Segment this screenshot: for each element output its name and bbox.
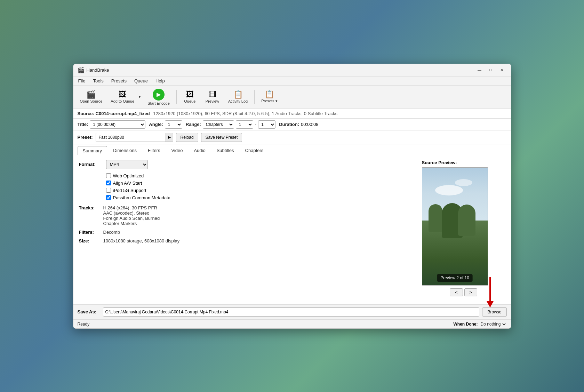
save-new-preset-button[interactable]: Save New Preset bbox=[201, 133, 242, 142]
add-to-queue-label: Add to Queue bbox=[111, 99, 134, 103]
left-panel: Format: MP4 Web Optimized Align A/V Star… bbox=[79, 160, 415, 299]
start-encode-button[interactable]: ▶ Start Encode bbox=[144, 87, 174, 107]
menu-queue[interactable]: Queue bbox=[131, 77, 151, 85]
title-group: Title: 1 (00:00:08) bbox=[78, 120, 146, 129]
preview-label: Preview bbox=[206, 99, 219, 103]
format-select[interactable]: MP4 bbox=[106, 160, 148, 169]
start-encode-label: Start Encode bbox=[147, 101, 170, 105]
title-label: Title: bbox=[78, 122, 88, 127]
range-group: Range: Chapters 1 - 1 bbox=[186, 120, 275, 129]
queue-button[interactable]: 🖼 Queue bbox=[179, 89, 200, 105]
when-done-label: When Done: bbox=[454, 322, 478, 327]
track-3: Foreign Audio Scan, Burned bbox=[103, 216, 160, 221]
tree-1 bbox=[429, 204, 442, 232]
duration-label: Duration: bbox=[279, 122, 299, 127]
status-text: Ready bbox=[78, 322, 90, 327]
preset-dropdown-button[interactable]: ▶ bbox=[166, 133, 173, 142]
menu-help[interactable]: Help bbox=[152, 77, 168, 85]
close-button[interactable]: ✕ bbox=[497, 66, 507, 74]
angle-label: Angle: bbox=[149, 122, 163, 127]
save-as-row: Save As: Browse bbox=[73, 305, 511, 320]
checkbox-web-optimized: Web Optimized bbox=[106, 173, 415, 178]
maximize-button[interactable]: □ bbox=[486, 66, 496, 74]
range-divider: - bbox=[255, 122, 256, 127]
size-row: Size: 1080x1080 storage, 608x1080 displa… bbox=[79, 238, 415, 243]
tree-3 bbox=[458, 205, 475, 236]
menu-bar: File Tools Presets Queue Help bbox=[73, 77, 511, 86]
checkbox-ipod: iPod 5G Support bbox=[106, 188, 415, 193]
tab-audio[interactable]: Audio bbox=[189, 146, 210, 155]
preview-prev-button[interactable]: < bbox=[450, 288, 463, 296]
add-to-queue-button[interactable]: 🖼 Add to Queue bbox=[107, 89, 137, 105]
angle-select[interactable]: 1 bbox=[165, 120, 182, 129]
minimize-button[interactable]: — bbox=[475, 66, 485, 74]
tab-dimensions[interactable]: Dimensions bbox=[108, 146, 142, 155]
preset-input[interactable] bbox=[96, 133, 166, 142]
angle-group: Angle: 1 bbox=[149, 120, 182, 129]
range-label: Range: bbox=[186, 122, 201, 127]
open-source-icon: 🎬 bbox=[86, 91, 96, 98]
preview-next-button[interactable]: > bbox=[464, 288, 478, 296]
range-to-select[interactable]: 1 bbox=[258, 120, 275, 129]
align-av-checkbox[interactable] bbox=[106, 181, 111, 185]
source-bar: Source: C0014-corrupt.mp4_fixed 1280x192… bbox=[73, 109, 511, 119]
source-preview-image: Preview 2 of 10 bbox=[422, 167, 488, 286]
ipod-label: iPod 5G Support bbox=[113, 188, 146, 193]
size-label: Size: bbox=[79, 238, 103, 243]
track-1: H.264 (x264), 30 FPS PFR bbox=[103, 205, 160, 210]
title-row: Title: 1 (00:00:08) Angle: 1 Range: Chap… bbox=[73, 119, 511, 131]
when-done-select[interactable]: Do nothing bbox=[479, 321, 507, 327]
menu-tools[interactable]: Tools bbox=[89, 77, 107, 85]
passthru-checkbox[interactable] bbox=[106, 195, 111, 200]
format-label: Format: bbox=[79, 162, 103, 167]
checkbox-passthru: Passthru Common Metadata bbox=[106, 195, 415, 200]
tab-chapters[interactable]: Chapters bbox=[240, 146, 269, 155]
filters-value: Decomb bbox=[103, 230, 120, 235]
open-source-button[interactable]: 🎬 Open Source bbox=[76, 89, 106, 105]
preview-badge: Preview 2 of 10 bbox=[437, 274, 473, 282]
tabs-row: Summary Dimensions Filters Video Audio S… bbox=[73, 144, 511, 155]
queue-icon: 🖼 bbox=[186, 91, 194, 98]
activity-log-button[interactable]: 📋 Activity Log bbox=[224, 89, 251, 105]
app-icon: 🎬 bbox=[78, 67, 85, 73]
cloud-2 bbox=[455, 179, 472, 186]
status-bar: Ready When Done: Do nothing bbox=[73, 320, 511, 328]
queue-label: Queue bbox=[184, 99, 195, 103]
menu-file[interactable]: File bbox=[75, 77, 89, 85]
open-source-label: Open Source bbox=[80, 99, 103, 103]
filters-label: Filters: bbox=[79, 230, 103, 235]
title-select[interactable]: 1 (00:00:08) bbox=[90, 120, 145, 129]
source-info: 1280x1920 (1080x1920), 60 FPS, SDR (8-bi… bbox=[153, 111, 337, 116]
format-row: Format: MP4 bbox=[79, 160, 415, 169]
align-av-label: Align A/V Start bbox=[113, 181, 142, 186]
source-label: Source: bbox=[78, 111, 94, 116]
preset-row: Preset: ▶ Reload Save New Preset bbox=[73, 131, 511, 144]
preview-button[interactable]: 🎞 Preview bbox=[202, 89, 223, 105]
tab-summary[interactable]: Summary bbox=[78, 146, 107, 155]
menu-presets[interactable]: Presets bbox=[108, 77, 130, 85]
browse-button[interactable]: Browse bbox=[482, 307, 506, 317]
reload-button[interactable]: Reload bbox=[176, 133, 198, 142]
tab-subtitles[interactable]: Subtitles bbox=[211, 146, 239, 155]
title-bar: 🎬 HandBrake — □ ✕ bbox=[73, 64, 511, 77]
add-to-queue-dropdown[interactable]: ▾ bbox=[137, 89, 142, 105]
tab-filters[interactable]: Filters bbox=[143, 146, 165, 155]
tracks-label: Tracks: bbox=[79, 205, 103, 226]
preview-content bbox=[422, 168, 488, 285]
duration-value: 00:00:08 bbox=[301, 122, 319, 127]
tab-video[interactable]: Video bbox=[166, 146, 188, 155]
toolbar: 🎬 Open Source 🖼 Add to Queue ▾ ▶ Start E… bbox=[73, 86, 511, 109]
range-type-select[interactable]: Chapters bbox=[203, 120, 234, 129]
save-as-input[interactable] bbox=[103, 307, 480, 317]
range-from-select[interactable]: 1 bbox=[236, 120, 253, 129]
start-encode-icon: ▶ bbox=[153, 89, 165, 101]
presets-button[interactable]: 📋 Presets ▾ bbox=[257, 89, 281, 105]
window-title: HandBrake bbox=[87, 67, 475, 73]
preview-nav: < > bbox=[422, 288, 505, 296]
ipod-checkbox[interactable] bbox=[106, 188, 111, 193]
when-done-group: When Done: Do nothing bbox=[454, 321, 507, 327]
preset-label: Preset: bbox=[78, 135, 93, 140]
window-controls: — □ ✕ bbox=[475, 66, 507, 74]
activity-log-icon: 📋 bbox=[233, 91, 243, 98]
web-optimized-checkbox[interactable] bbox=[106, 173, 111, 178]
